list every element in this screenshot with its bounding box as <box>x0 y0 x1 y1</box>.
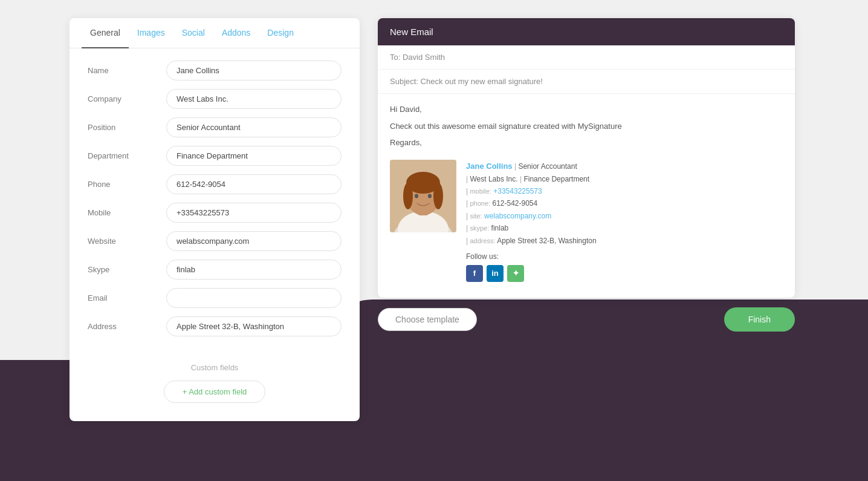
sig-phone-value: 612-542-9054 <box>492 199 537 208</box>
phone-row: Phone <box>88 174 342 194</box>
sig-mobile-label: mobile: <box>470 188 491 195</box>
skype-row: Skype <box>88 260 342 280</box>
address-label: Address <box>88 322 166 331</box>
sig-follow-label: Follow us: <box>466 250 597 263</box>
website-input[interactable] <box>166 231 342 251</box>
form-area: Name Company Position Department Phone M… <box>70 48 360 357</box>
department-input[interactable] <box>166 146 342 166</box>
svg-point-9 <box>428 194 432 198</box>
right-panel: New Email To: David Smith Subject: Check… <box>378 18 795 332</box>
tab-design[interactable]: Design <box>259 18 302 48</box>
phone-label: Phone <box>88 180 166 189</box>
email-window: New Email To: David Smith Subject: Check… <box>378 18 795 298</box>
email-row: Email <box>88 288 342 308</box>
phone-input[interactable] <box>166 174 342 194</box>
facebook-icon[interactable]: f <box>466 265 483 282</box>
email-body-text: Check out this awesome email signature c… <box>390 120 783 133</box>
website-label: Website <box>88 237 166 246</box>
other-social-icon[interactable]: ✦ <box>507 265 524 282</box>
email-to: To: David Smith <box>378 45 795 70</box>
action-row: Choose template Finish <box>378 298 795 332</box>
name-label: Name <box>88 66 166 75</box>
tab-general[interactable]: General <box>82 18 129 48</box>
website-row: Website <box>88 231 342 251</box>
department-label: Department <box>88 151 166 160</box>
tab-social[interactable]: Social <box>173 18 213 48</box>
svg-point-6 <box>403 183 413 209</box>
signature-block: Jane Collins | Senior Accountant | West … <box>390 154 783 289</box>
sig-company: West Labs Inc. <box>470 175 517 183</box>
signature-info: Jane Collins | Senior Accountant | West … <box>466 160 597 283</box>
company-label: Company <box>88 94 166 103</box>
sig-site-value: welabscompany.com <box>484 212 551 220</box>
sig-address-value: Apple Street 32-B, Washington <box>497 237 596 245</box>
email-greeting: Hi David, <box>390 103 783 116</box>
email-input[interactable] <box>166 288 342 308</box>
tab-addons[interactable]: Addons <box>213 18 259 48</box>
company-input[interactable] <box>166 89 342 109</box>
sig-skype-label: skype: <box>470 224 489 232</box>
sig-name: Jane Collins <box>466 162 513 171</box>
address-row: Address <box>88 316 342 336</box>
signature-photo <box>390 160 456 232</box>
email-header: New Email <box>378 18 795 45</box>
email-regards: Regards, <box>390 137 783 149</box>
sig-department: Finance Department <box>523 175 589 183</box>
company-row: Company <box>88 89 342 109</box>
mobile-label: Mobile <box>88 208 166 217</box>
mobile-row: Mobile <box>88 203 342 223</box>
position-row: Position <box>88 117 342 137</box>
svg-point-7 <box>433 183 443 209</box>
mobile-input[interactable] <box>166 203 342 223</box>
linkedin-icon[interactable]: in <box>487 265 504 282</box>
skype-label: Skype <box>88 265 166 274</box>
sig-skype-value: finlab <box>491 224 509 232</box>
social-icons: f in ✦ <box>466 265 597 282</box>
sig-mobile-value: +33543225573 <box>493 187 542 195</box>
department-row: Department <box>88 146 342 166</box>
finish-button[interactable]: Finish <box>724 307 795 332</box>
sig-site-label: site: <box>470 212 482 220</box>
left-panel: General Images Social Addons Design Name… <box>70 18 360 421</box>
address-input[interactable] <box>166 316 342 336</box>
add-custom-field-button[interactable]: + Add custom field <box>164 381 266 403</box>
email-label: Email <box>88 293 166 303</box>
choose-template-button[interactable]: Choose template <box>378 308 477 331</box>
custom-fields-label: Custom fields <box>88 363 342 372</box>
tab-bar: General Images Social Addons Design <box>70 18 360 48</box>
name-row: Name <box>88 61 342 80</box>
skype-input[interactable] <box>166 260 342 280</box>
sig-position: Senior Accountant <box>518 162 577 171</box>
email-subject: Subject: Check out my new email signatur… <box>378 70 795 94</box>
custom-fields-section: Custom fields + Add custom field <box>70 357 360 403</box>
position-input[interactable] <box>166 117 342 137</box>
svg-point-8 <box>415 194 418 198</box>
position-label: Position <box>88 123 166 132</box>
email-body: Hi David, Check out this awesome email s… <box>378 94 795 298</box>
tab-images[interactable]: Images <box>129 18 173 48</box>
sig-address-label: address: <box>470 237 495 244</box>
name-input[interactable] <box>166 61 342 80</box>
sig-phone-label: phone: <box>470 200 490 207</box>
